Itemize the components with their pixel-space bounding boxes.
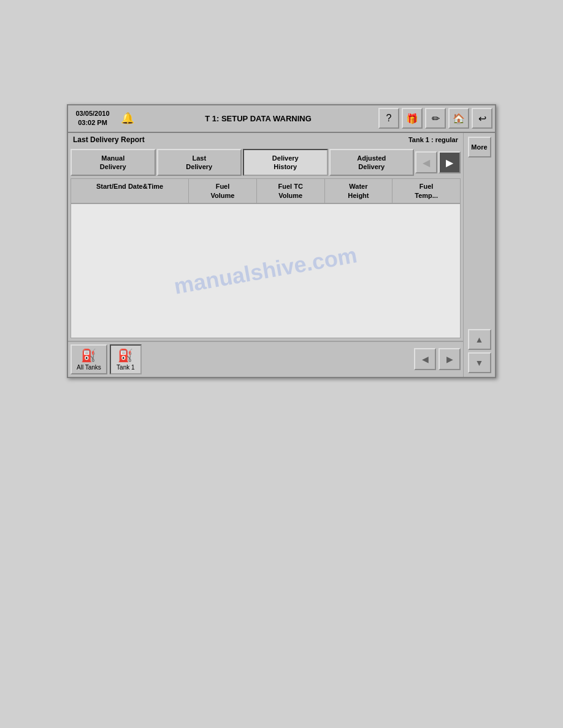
- content-area: Last Delivery Report Tank 1 : regular Ma…: [68, 133, 495, 377]
- tab-delivery-history[interactable]: DeliveryHistory: [243, 149, 328, 176]
- tab-row: ManualDelivery LastDelivery DeliveryHist…: [68, 146, 463, 176]
- bell-icon[interactable]: 🔔: [117, 109, 138, 127]
- bottom-prev-btn[interactable]: ◀: [414, 348, 436, 370]
- header-icons: ? 🎁 ✏ 🏠 ↩: [378, 108, 492, 129]
- header-bar: 03/05/2010 03:02 PM 🔔 T 1: SETUP DATA WA…: [68, 105, 495, 133]
- col-water-height: WaterHeight: [325, 179, 393, 203]
- tank1-label: Tank 1: [117, 364, 134, 371]
- col-headers: Start/End Date&Time FuelVolume Fuel TCVo…: [71, 178, 461, 203]
- edit-icon[interactable]: ✏: [425, 108, 446, 129]
- all-tanks-label: All Tanks: [77, 364, 101, 371]
- tank1-tab[interactable]: ⛽ Tank 1: [110, 344, 142, 374]
- scroll-down-btn[interactable]: ▼: [468, 352, 491, 373]
- report-bar: Last Delivery Report Tank 1 : regular: [68, 133, 463, 146]
- tab-nav-arrows: ◀ ▶: [415, 151, 461, 173]
- header-title: T 1: SETUP DATA WARNING: [140, 113, 376, 124]
- all-tanks-tab[interactable]: ⛽ All Tanks: [71, 344, 107, 374]
- main-window: 03/05/2010 03:02 PM 🔔 T 1: SETUP DATA WA…: [67, 104, 496, 378]
- scroll-up-btn[interactable]: ▲: [468, 329, 491, 350]
- tab-prev-arrow[interactable]: ◀: [415, 151, 437, 173]
- col-fuel-temp: FuelTemp...: [393, 179, 460, 203]
- col-fuel-volume: FuelVolume: [189, 179, 257, 203]
- tab-last-delivery[interactable]: LastDelivery: [157, 149, 242, 176]
- datetime-display: 03/05/2010 03:02 PM: [71, 108, 115, 129]
- col-fuel-tc-volume: Fuel TCVolume: [257, 179, 325, 203]
- home-icon[interactable]: 🏠: [448, 108, 469, 129]
- data-area: manualshive.com: [71, 203, 461, 338]
- all-tanks-icon: ⛽: [81, 348, 96, 363]
- tank1-icon: ⛽: [118, 348, 133, 363]
- watermark: manualshive.com: [172, 242, 359, 300]
- back-icon[interactable]: ↩: [472, 108, 492, 129]
- tab-next-arrow[interactable]: ▶: [439, 151, 461, 173]
- gift-icon[interactable]: 🎁: [402, 108, 423, 129]
- more-button[interactable]: More: [468, 137, 491, 157]
- bottom-nav: ◀ ▶: [414, 344, 461, 374]
- right-sidebar: More ▲ ▼: [463, 133, 495, 377]
- bottom-next-btn[interactable]: ▶: [439, 348, 461, 370]
- bottom-spacer: [144, 344, 412, 374]
- bottom-area: ⛽ All Tanks ⛽ Tank 1 ◀ ▶: [68, 341, 463, 377]
- tab-adjusted-delivery[interactable]: AdjustedDelivery: [329, 149, 415, 176]
- help-icon[interactable]: ?: [378, 108, 399, 129]
- main-panel: Last Delivery Report Tank 1 : regular Ma…: [68, 133, 463, 377]
- tab-manual-delivery[interactable]: ManualDelivery: [71, 149, 156, 176]
- col-datetime: Start/End Date&Time: [71, 179, 189, 203]
- report-label: Last Delivery Report: [73, 135, 145, 144]
- tabs-container: ManualDelivery LastDelivery DeliveryHist…: [71, 149, 414, 176]
- tank-label: Tank 1 : regular: [408, 136, 458, 143]
